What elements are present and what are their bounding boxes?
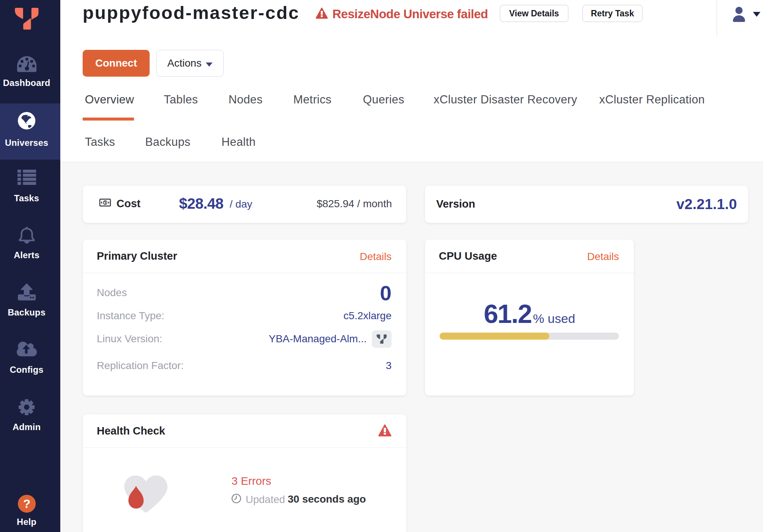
sidebar-item-label: Help xyxy=(0,517,53,527)
sidebar-item-label: Admin xyxy=(0,422,53,432)
user-menu-caret-icon[interactable] xyxy=(753,12,760,17)
clock-icon xyxy=(232,494,241,503)
health-warning-icon xyxy=(378,424,392,437)
sidebar-item-label: Universes xyxy=(0,138,53,148)
yugabyte-mark-icon xyxy=(377,334,387,344)
globe-icon xyxy=(18,112,35,129)
row-label: Linux Version: xyxy=(97,333,162,345)
sidebar-item-configs[interactable]: Configs xyxy=(0,342,60,375)
health-updated-label: Updated xyxy=(246,494,285,506)
primary-cluster-header: Primary Cluster Details xyxy=(83,240,406,273)
sidebar-item-admin[interactable]: Admin xyxy=(0,399,60,432)
sidebar-item-label: Configs xyxy=(0,365,53,375)
cost-per-month: $825.94 / month xyxy=(317,198,392,210)
cost-label: Cost xyxy=(116,198,140,210)
version-card: Version v2.21.1.0 xyxy=(425,186,748,223)
actions-label: Actions xyxy=(167,57,202,69)
health-check-title: Health Check xyxy=(97,425,165,437)
linux-version-wrap: YBA-Managed-Alm... xyxy=(269,330,392,348)
gauge-icon xyxy=(17,56,36,72)
cpu-progress-fill xyxy=(440,333,549,340)
sidebar-item-universes[interactable]: Universes xyxy=(0,103,60,160)
svg-text:?: ? xyxy=(23,497,31,510)
tab-tasks[interactable]: Tasks xyxy=(85,135,115,149)
row-nodes: Nodes 0 xyxy=(97,281,392,304)
version-label: Version xyxy=(436,198,475,210)
sidebar-item-label: Backups xyxy=(0,307,53,318)
tab-overview[interactable]: Overview xyxy=(85,93,134,106)
tab-tables[interactable]: Tables xyxy=(164,93,198,106)
tab-metrics[interactable]: Metrics xyxy=(293,93,332,106)
cpu-progress-track xyxy=(440,333,619,340)
primary-cluster-rows: Nodes 0 Instance Type: c5.2xlarge Linux … xyxy=(97,281,392,377)
tab-health[interactable]: Health xyxy=(221,135,256,149)
sidebar-item-label: Alerts xyxy=(0,250,53,260)
health-errors-link[interactable]: 3 Errors xyxy=(232,475,271,487)
actions-button[interactable]: Actions xyxy=(156,50,224,77)
cpu-percent-unit: % used xyxy=(533,311,575,326)
health-check-card: Health Check 3 Errors Updated 30 seconds… xyxy=(83,414,406,532)
sidebar-item-alerts[interactable]: Alerts xyxy=(0,227,60,260)
sidebar-item-backups[interactable]: Backups xyxy=(0,283,60,318)
sidebar-item-label: Tasks xyxy=(0,193,53,203)
primary-cluster-card: Primary Cluster Details Nodes 0 Instance… xyxy=(83,240,406,395)
heart-drop-icon xyxy=(124,475,167,513)
sidebar-item-dashboard[interactable]: Dashboard xyxy=(0,56,60,88)
row-linux-version: Linux Version: YBA-Managed-Alm... xyxy=(97,327,392,350)
chevron-down-icon xyxy=(206,63,213,67)
cpu-usage-title: CPU Usage xyxy=(439,250,497,262)
cpu-usage-header: CPU Usage Details xyxy=(425,240,634,273)
health-updated-ago: 30 seconds ago xyxy=(288,493,366,505)
bell-icon xyxy=(18,227,36,246)
tab-xcluster-replication[interactable]: xCluster Replication xyxy=(599,93,705,106)
nodes-count: 0 xyxy=(380,281,392,305)
question-icon: ? xyxy=(18,495,36,513)
upload-icon xyxy=(18,283,36,301)
row-label: Replication Factor: xyxy=(97,360,183,372)
retry-task-button[interactable]: Retry Task xyxy=(582,5,642,22)
user-icon[interactable] xyxy=(732,7,746,22)
tab-queries[interactable]: Queries xyxy=(363,93,404,106)
task-error-text: ResizeNode Universe failed xyxy=(332,7,488,21)
cloud-upload-icon xyxy=(17,342,37,356)
cpu-details-link[interactable]: Details xyxy=(587,251,619,263)
yugabyte-logo-icon xyxy=(15,8,39,30)
yba-managed-chip xyxy=(372,330,392,348)
connect-button[interactable]: Connect xyxy=(83,50,150,77)
money-icon xyxy=(99,199,111,206)
sidebar: Dashboard Universes Tasks xyxy=(0,0,60,532)
cost-per-day: $28.48 xyxy=(179,195,223,212)
version-value: v2.21.1.0 xyxy=(676,196,737,212)
cost-card: Cost $28.48 / day $825.94 / month xyxy=(83,186,406,223)
sidebar-item-label: Dashboard xyxy=(0,78,53,88)
topbar: puppyfood-master-cdc ResizeNode Universe… xyxy=(60,0,763,37)
row-label: Nodes xyxy=(97,287,127,299)
view-details-button[interactable]: View Details xyxy=(500,5,568,22)
instance-type-value: c5.2xlarge xyxy=(344,310,392,322)
tab-xcluster-disaster-recovery[interactable]: xCluster Disaster Recovery xyxy=(434,93,577,106)
cpu-usage-value-wrap: 61.2% used xyxy=(425,299,634,329)
tab-nodes[interactable]: Nodes xyxy=(229,93,263,106)
row-instance-type: Instance Type: c5.2xlarge xyxy=(97,304,392,327)
linux-version-value: YBA-Managed-Alm... xyxy=(269,333,367,345)
replication-factor-value: 3 xyxy=(386,360,392,372)
list-icon xyxy=(17,170,36,185)
page-title: puppyfood-master-cdc xyxy=(83,2,300,23)
sidebar-item-help[interactable]: ? Help xyxy=(0,495,60,527)
gear-icon xyxy=(18,399,35,416)
row-replication-factor: Replication Factor: 3 xyxy=(97,354,392,377)
primary-cluster-title: Primary Cluster xyxy=(97,250,177,262)
warning-icon xyxy=(316,7,328,19)
row-label: Instance Type: xyxy=(97,310,165,322)
cpu-usage-card: CPU Usage Details 61.2% used xyxy=(425,240,634,395)
main-area: puppyfood-master-cdc ResizeNode Universe… xyxy=(60,0,763,532)
health-check-header: Health Check xyxy=(83,414,406,448)
tab-backups[interactable]: Backups xyxy=(145,135,191,149)
cpu-percent: 61.2 xyxy=(484,299,531,329)
primary-cluster-details-link[interactable]: Details xyxy=(360,251,392,263)
sidebar-item-tasks[interactable]: Tasks xyxy=(0,170,60,203)
cost-day-unit: / day xyxy=(230,198,252,210)
content-area: Cost $28.48 / day $825.94 / month Versio… xyxy=(60,162,763,532)
header-divider xyxy=(716,0,717,36)
